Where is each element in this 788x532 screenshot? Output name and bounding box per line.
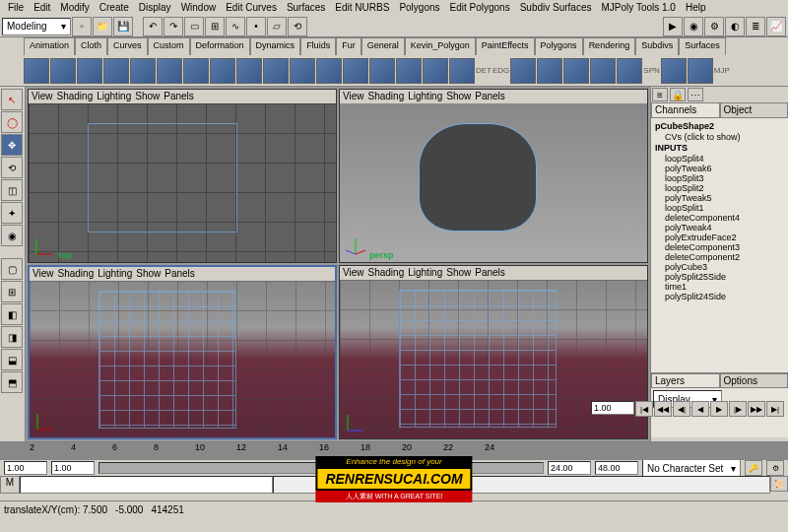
menu-edit-polygons[interactable]: Edit Polygons bbox=[446, 1, 514, 15]
current-frame-field[interactable] bbox=[591, 401, 634, 415]
input-node[interactable]: time1 bbox=[653, 282, 786, 292]
shelf-merge-icon[interactable] bbox=[590, 58, 616, 84]
tab-channels[interactable]: Channels bbox=[651, 102, 720, 118]
open-scene-icon[interactable]: 📁 bbox=[93, 17, 112, 36]
vp-menu-show[interactable]: Show bbox=[136, 268, 161, 280]
vp-menu-view[interactable]: View bbox=[33, 268, 54, 280]
shelf-platonic-icon[interactable] bbox=[316, 58, 342, 84]
go-end-icon[interactable]: ▶| bbox=[766, 401, 784, 417]
shelf-helix-icon[interactable] bbox=[263, 58, 289, 84]
rewind-icon[interactable]: |◀ bbox=[635, 401, 653, 417]
shelf-soccer-icon[interactable] bbox=[290, 58, 315, 84]
save-scene-icon[interactable]: 💾 bbox=[113, 17, 133, 36]
vp-menu-panels[interactable]: Panels bbox=[475, 91, 505, 102]
shelf-split-icon[interactable] bbox=[449, 58, 475, 84]
vp-menu-show[interactable]: Show bbox=[446, 91, 471, 102]
command-input[interactable] bbox=[20, 476, 273, 494]
anim-end-field[interactable] bbox=[595, 461, 638, 475]
shelf-tab-rendering[interactable]: Rendering bbox=[583, 37, 636, 55]
shelf-extrude-icon[interactable] bbox=[343, 58, 368, 84]
vp-menu-panels[interactable]: Panels bbox=[475, 267, 505, 279]
shelf-tab-dynamics[interactable]: Dynamics bbox=[250, 37, 301, 55]
shelf-sphere-icon[interactable] bbox=[50, 58, 76, 84]
outliner-icon[interactable]: ≣ bbox=[746, 17, 765, 36]
input-node[interactable]: deleteComponent4 bbox=[653, 213, 786, 223]
snap-grid-icon[interactable]: ⊞ bbox=[205, 17, 225, 36]
tab-layer-options[interactable]: Options bbox=[720, 373, 789, 388]
shelf-bevel-icon[interactable] bbox=[369, 58, 395, 84]
shelf-cylinder-icon[interactable] bbox=[77, 58, 102, 84]
menu-surfaces[interactable]: Surfaces bbox=[283, 1, 329, 15]
shelf-tab-subdivs[interactable]: Subdivs bbox=[635, 37, 679, 55]
menu-edit-nurbs[interactable]: Edit NURBS bbox=[331, 1, 393, 15]
lasso-tool-icon[interactable]: ◯ bbox=[1, 111, 23, 133]
redo-icon[interactable]: ↷ bbox=[164, 17, 183, 36]
viewport-front[interactable]: View Shading Lighting Show Panels bbox=[28, 265, 337, 439]
vp-menu-show[interactable]: Show bbox=[135, 91, 160, 102]
shelf-pipe-icon[interactable] bbox=[236, 58, 262, 84]
shelf-separate-icon[interactable] bbox=[563, 58, 589, 84]
input-node[interactable]: polyExtrudeFace2 bbox=[653, 233, 786, 242]
mel-label[interactable]: M bbox=[0, 476, 20, 494]
new-scene-icon[interactable]: ▫ bbox=[72, 17, 92, 36]
shelf-pyramid-icon[interactable] bbox=[210, 58, 235, 84]
channel-list[interactable]: pCubeShape2 CVs (click to show) INPUTS l… bbox=[651, 118, 788, 372]
vp-menu-shading[interactable]: Shading bbox=[58, 268, 95, 280]
persp-outliner-icon[interactable]: ◧ bbox=[1, 303, 23, 325]
menu-file[interactable]: File bbox=[4, 1, 28, 15]
prev-key-icon[interactable]: ◀| bbox=[673, 401, 690, 417]
manipulator-tool-icon[interactable]: ✦ bbox=[1, 202, 23, 224]
vp-front-canvas[interactable] bbox=[30, 281, 335, 437]
shelf-ring-icon[interactable] bbox=[688, 58, 713, 84]
menu-help[interactable]: Help bbox=[682, 1, 710, 15]
shelf-uv-icon[interactable] bbox=[617, 58, 642, 84]
shelf-plane-icon[interactable] bbox=[130, 58, 156, 84]
cvs-toggle[interactable]: CVs (click to show) bbox=[653, 132, 786, 142]
menu-polygons[interactable]: Polygons bbox=[395, 1, 443, 15]
input-node[interactable]: loopSplit4 bbox=[653, 154, 786, 164]
shelf-tab-general[interactable]: General bbox=[361, 37, 405, 55]
shelf-loop-icon[interactable] bbox=[661, 58, 687, 84]
vp-menu-shading[interactable]: Shading bbox=[368, 267, 405, 279]
graph-editor-icon[interactable]: 📈 bbox=[766, 17, 786, 36]
select-icon[interactable]: ▭ bbox=[184, 17, 204, 36]
input-node[interactable]: deleteComponent3 bbox=[653, 242, 786, 252]
shelf-torus-icon[interactable] bbox=[157, 58, 182, 84]
channel-presets-icon[interactable]: ≡ bbox=[652, 88, 668, 101]
play-fwd-icon[interactable]: ▶ bbox=[710, 401, 728, 417]
vp-menu-view[interactable]: View bbox=[343, 91, 364, 102]
shelf-tab-fluids[interactable]: Fluids bbox=[300, 37, 336, 55]
single-view-icon[interactable]: ▢ bbox=[1, 258, 23, 280]
persp-dope-icon[interactable]: ⬒ bbox=[1, 371, 23, 393]
scale-tool-icon[interactable]: ◫ bbox=[1, 179, 23, 201]
vp-menu-show[interactable]: Show bbox=[446, 267, 471, 279]
input-node[interactable]: polyCube3 bbox=[653, 262, 786, 272]
channel-options-icon[interactable]: ⋯ bbox=[688, 88, 703, 101]
shelf-cube-icon[interactable] bbox=[24, 58, 49, 84]
render-globals-icon[interactable]: ⚙ bbox=[704, 17, 724, 36]
shelf-tab-polygons[interactable]: Polygons bbox=[535, 37, 583, 55]
shelf-tab-animation[interactable]: Animation bbox=[24, 37, 75, 55]
mode-dropdown[interactable]: Modeling▾ bbox=[2, 18, 71, 35]
menu-subdiv[interactable]: Subdiv Surfaces bbox=[516, 1, 596, 15]
undo-icon[interactable]: ↶ bbox=[143, 17, 163, 36]
persp-graph-icon[interactable]: ◨ bbox=[1, 326, 23, 348]
step-fwd-icon[interactable]: ▶▶ bbox=[748, 401, 765, 417]
select-tool-icon[interactable]: ↖ bbox=[1, 89, 23, 110]
vp-top-canvas[interactable]: top bbox=[29, 103, 336, 262]
hypershade-icon[interactable]: ◐ bbox=[725, 17, 745, 36]
rotate-tool-icon[interactable]: ⟲ bbox=[1, 157, 23, 178]
vp-menu-lighting[interactable]: Lighting bbox=[408, 267, 442, 279]
input-node[interactable]: polyTweak6 bbox=[653, 164, 786, 173]
vp-menu-lighting[interactable]: Lighting bbox=[408, 91, 442, 102]
shape-node[interactable]: pCubeShape2 bbox=[653, 120, 786, 132]
character-set-dropdown[interactable]: No Character Set▾ bbox=[642, 459, 741, 477]
snap-point-icon[interactable]: • bbox=[246, 17, 266, 36]
shelf-tab-painteffects[interactable]: PaintEffects bbox=[476, 37, 535, 55]
vp-menu-lighting[interactable]: Lighting bbox=[98, 268, 132, 280]
shelf-combine-icon[interactable] bbox=[537, 58, 562, 84]
shelf-append-icon[interactable] bbox=[423, 58, 448, 84]
vp-menu-shading[interactable]: Shading bbox=[368, 91, 405, 102]
four-view-icon[interactable]: ⊞ bbox=[1, 281, 23, 302]
snap-curve-icon[interactable]: ∿ bbox=[226, 17, 245, 36]
